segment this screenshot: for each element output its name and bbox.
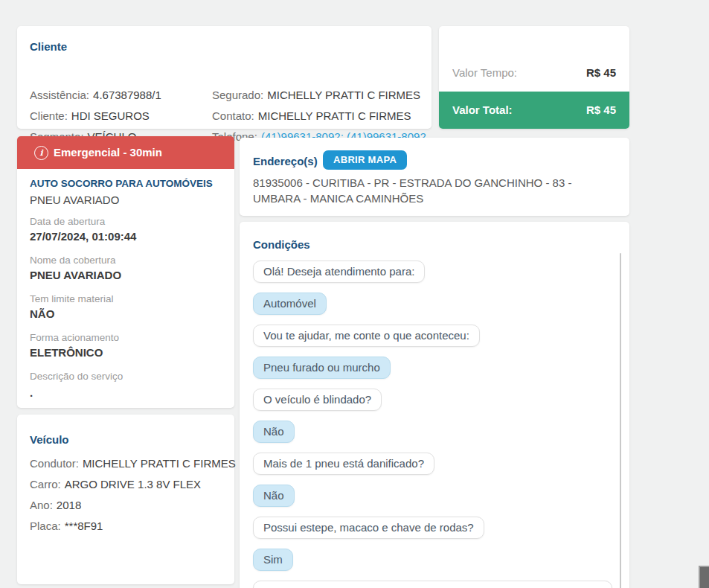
valor-total-label: Valor Total: [452,103,513,116]
service-subtitle: PNEU AVARIADO [30,194,119,206]
address-card-title: Endereço(s) [253,155,318,167]
scrollbar-corner [699,566,709,588]
client-field-assistencia: Assistência:4.67387988/1 [30,89,161,101]
emergency-title: Emergencial - 30min [54,146,162,159]
info-icon: i [34,146,48,160]
field-value: 4.67387988/1 [93,89,161,101]
chat-bubble-answer: Automóvel [253,293,327,315]
field-label: Placa: [30,520,61,532]
vehicle-field-carro: Carro:ARGO DRIVE 1.3 8V FLEX [30,478,201,490]
open-map-button[interactable]: ABRIR MAPA [323,150,407,170]
address-text: 81935006 - CURITIBA - PR - ESTRADA DO GA… [253,175,610,206]
chat-bubble-question-partial [253,581,612,588]
detail-value: 27/07/2024, 01:09:44 [30,230,136,243]
field-label: Cliente: [30,109,68,122]
client-card: Cliente Assistência:4.67387988/1 Cliente… [17,26,432,129]
detail-label: Forma acionamento [30,332,119,343]
client-field-cliente: Cliente:HDI SEGUROS [30,109,150,122]
detail-value: NÃO [30,307,54,320]
address-card: Endereço(s) ABRIR MAPA 81935006 - CURITI… [240,138,629,216]
field-label: Contato: [212,109,254,122]
field-label: Ano: [30,499,53,511]
field-label: Condutor: [30,457,79,470]
valores-card: Valor Tempo: R$ 45 Valor Usuário: R$ 0 V… [439,26,629,129]
chat-bubble-answer: Não [253,485,295,507]
valor-tempo-value: R$ 45 [586,66,616,79]
valor-total-value: R$ 45 [586,103,616,116]
field-value: ARGO DRIVE 1.3 8V FLEX [65,478,201,490]
vehicle-card-title: Veículo [30,433,69,446]
field-label: Segurado: [212,89,263,101]
chat-bubble-answer: Não [253,421,295,443]
field-value: ***8F91 [65,520,103,532]
chat-bubble-question: Possui estepe, macaco e chave de rodas? [253,517,484,539]
service-name: AUTO SOCORRO PARA AUTOMÓVEIS [30,178,213,189]
chat-bubble-question: Mais de 1 pneu está danificado? [253,453,434,475]
vehicle-field-condutor: Condutor:MICHELLY PRATTI C FIRMES [30,457,236,470]
valor-tempo-label: Valor Tempo: [452,66,517,79]
service-card: i Emergencial - 30min AUTO SOCORRO PARA … [17,136,234,408]
chat-bubble-question: Olá! Deseja atendimento para: [253,261,425,283]
detail-label: Descrição do serviço [30,371,123,382]
emergency-header: i Emergencial - 30min [17,136,234,169]
field-label: Assistência: [30,89,89,101]
conditions-card-title: Condições [253,238,310,251]
field-value: MICHELLY PRATTI C FIRMES [267,89,420,101]
detail-value: PNEU AVARIADO [30,269,121,281]
client-field-contato: Contato:MICHELLY PRATTI C FIRMES [212,109,411,122]
detail-value: ELETRÔNICO [30,346,103,359]
field-label: Carro: [30,478,61,490]
client-card-title: Cliente [30,40,67,53]
detail-label: Data de abertura [30,216,105,227]
field-value: HDI SEGUROS [71,109,150,122]
vehicle-card: Veículo Condutor:MICHELLY PRATTI C FIRME… [17,415,234,584]
conditions-scrollbar[interactable] [620,253,621,588]
vehicle-field-ano: Ano:2018 [30,499,81,511]
client-field-segurado: Segurado:MICHELLY PRATTI C FIRMES [212,89,420,101]
chat-bubble-answer: Pneu furado ou murcho [253,357,391,379]
vehicle-field-placa: Placa:***8F91 [30,520,103,532]
conditions-card: Condições Olá! Deseja atendimento para: … [240,222,629,588]
chat-bubble-answer: Sim [253,549,293,571]
field-value: 2018 [57,499,81,511]
detail-label: Tem limite material [30,293,114,304]
field-value: MICHELLY PRATTI C FIRMES [258,109,411,122]
detail-value: . [30,386,33,399]
chat-bubble-question: Vou te ajudar, me conte o que aconteceu: [253,325,480,347]
field-value: MICHELLY PRATTI C FIRMES [83,457,236,470]
valor-total-band: Valor Total: R$ 45 [439,92,629,129]
detail-label: Nome da cobertura [30,255,116,266]
chat-bubble-question: O veículo é blindado? [253,389,382,411]
